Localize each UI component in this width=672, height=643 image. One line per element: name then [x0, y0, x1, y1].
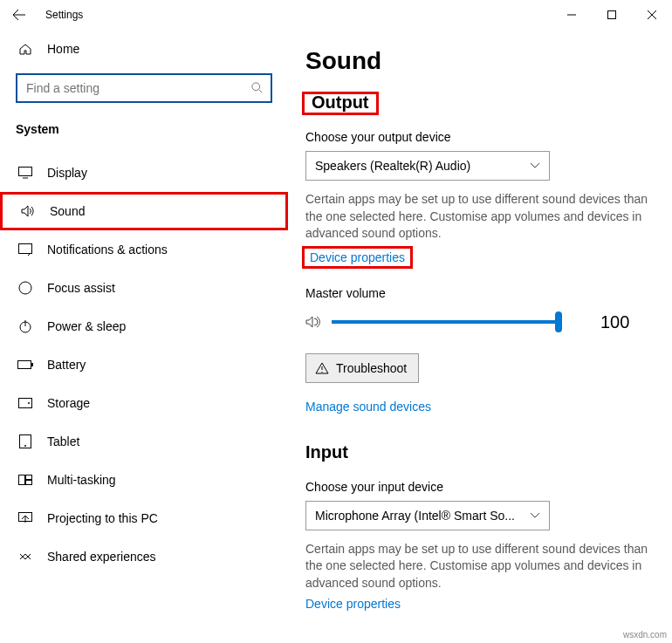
main-content: Sound Output Choose your output device S… — [288, 30, 672, 643]
svg-rect-12 — [26, 475, 32, 480]
sidebar-item-label: Battery — [47, 358, 86, 372]
battery-icon — [16, 360, 35, 369]
output-desc: Certain apps may be set up to use differ… — [305, 191, 663, 243]
sidebar-item-label: Storage — [47, 396, 90, 410]
search-field[interactable] — [24, 80, 251, 96]
sidebar-item-battery[interactable]: Battery — [0, 345, 288, 384]
svg-rect-7 — [19, 399, 32, 408]
sidebar-item-notifications[interactable]: Notifications & actions — [0, 230, 288, 269]
close-icon — [648, 10, 656, 19]
tablet-icon — [16, 434, 35, 448]
output-device-select[interactable]: Speakers (Realtek(R) Audio) — [305, 151, 550, 181]
svg-rect-6 — [31, 363, 33, 366]
sidebar-item-label: Focus assist — [47, 281, 115, 295]
input-device-properties-link[interactable]: Device properties — [305, 597, 401, 611]
notifications-icon — [16, 243, 35, 256]
sidebar: Home System Display Sound Notifications … — [0, 30, 288, 643]
svg-rect-2 — [19, 168, 32, 176]
input-device-select[interactable]: Microphone Array (Intel® Smart So... — [305, 501, 550, 530]
storage-icon — [16, 398, 35, 408]
chevron-down-icon — [530, 162, 540, 169]
sidebar-item-label: Multi-tasking — [47, 473, 116, 487]
sidebar-item-label: Power & sleep — [47, 319, 126, 333]
page-title: Sound — [305, 47, 663, 75]
output-device-value: Speakers (Realtek(R) Audio) — [315, 159, 470, 173]
volume-value: 100 — [600, 312, 629, 332]
maximize-icon — [607, 10, 616, 19]
warning-icon — [315, 362, 329, 374]
sidebar-item-label: Home — [47, 42, 79, 56]
sidebar-item-focus[interactable]: Focus assist — [0, 269, 288, 307]
svg-point-8 — [28, 402, 30, 404]
maximize-button[interactable] — [592, 0, 632, 30]
focus-icon — [16, 281, 35, 295]
input-desc: Certain apps may be set up to use differ… — [305, 541, 663, 592]
sidebar-item-display[interactable]: Display — [0, 154, 288, 192]
close-button[interactable] — [632, 0, 672, 30]
shared-icon — [16, 551, 35, 563]
svg-point-1 — [252, 83, 260, 91]
chevron-down-icon — [530, 512, 540, 519]
sidebar-item-label: Projecting to this PC — [47, 511, 158, 525]
sidebar-item-projecting[interactable]: Projecting to this PC — [0, 499, 288, 537]
display-icon — [16, 167, 35, 179]
sidebar-item-multitasking[interactable]: Multi-tasking — [0, 461, 288, 499]
troubleshoot-button[interactable]: Troubleshoot — [305, 353, 419, 383]
power-icon — [16, 319, 35, 333]
output-choose-label: Choose your output device — [305, 130, 663, 144]
search-input[interactable] — [16, 73, 272, 103]
sidebar-item-label: Sound — [50, 204, 85, 218]
sidebar-item-power[interactable]: Power & sleep — [0, 307, 288, 345]
sound-icon — [18, 205, 38, 217]
sidebar-item-tablet[interactable]: Tablet — [0, 422, 288, 461]
minimize-icon — [567, 10, 576, 19]
input-heading: Input — [305, 442, 348, 462]
output-heading-highlight: Output — [302, 92, 379, 115]
home-icon — [16, 42, 35, 56]
sidebar-item-label: Shared experiences — [47, 550, 156, 564]
input-device-value: Microphone Array (Intel® Smart So... — [315, 509, 515, 523]
sidebar-heading: System — [16, 122, 272, 136]
manage-sound-devices-link[interactable]: Manage sound devices — [305, 400, 431, 414]
multitasking-icon — [16, 475, 35, 485]
svg-rect-0 — [608, 11, 616, 19]
output-device-properties-link[interactable]: Device properties — [302, 246, 413, 269]
troubleshoot-label: Troubleshoot — [336, 361, 407, 375]
sidebar-item-label: Tablet — [47, 434, 79, 448]
sidebar-item-storage[interactable]: Storage — [0, 384, 288, 422]
arrow-left-icon — [12, 8, 26, 22]
svg-rect-3 — [19, 244, 32, 254]
search-icon — [251, 82, 264, 94]
titlebar: Settings — [0, 0, 672, 30]
svg-rect-11 — [19, 475, 25, 485]
master-volume-label: Master volume — [305, 286, 663, 300]
sidebar-item-sound[interactable]: Sound — [0, 192, 288, 230]
watermark: wsxdn.com — [623, 630, 667, 640]
back-button[interactable] — [0, 0, 38, 30]
minimize-button[interactable] — [552, 0, 592, 30]
sidebar-item-label: Notifications & actions — [47, 243, 168, 257]
sidebar-item-shared[interactable]: Shared experiences — [0, 537, 288, 576]
sidebar-item-home[interactable]: Home — [0, 30, 288, 68]
svg-point-10 — [24, 445, 26, 447]
sidebar-item-label: Display — [47, 166, 87, 180]
volume-icon[interactable] — [305, 315, 321, 329]
slider-thumb[interactable] — [555, 311, 562, 332]
window-title: Settings — [45, 9, 83, 21]
volume-slider[interactable] — [332, 320, 559, 324]
svg-rect-5 — [18, 361, 31, 369]
input-choose-label: Choose your input device — [305, 480, 663, 494]
projecting-icon — [16, 512, 35, 524]
output-heading: Output — [312, 92, 369, 113]
svg-rect-13 — [26, 481, 32, 485]
